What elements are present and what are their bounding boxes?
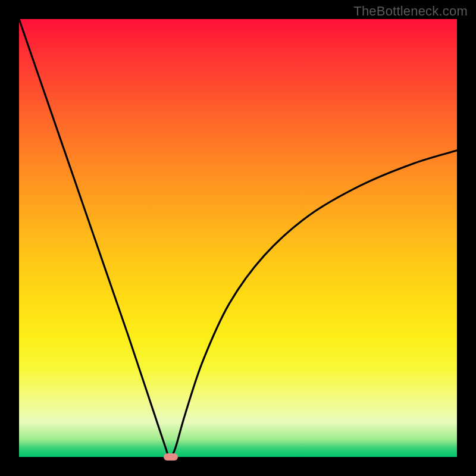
minimum-marker <box>164 453 178 461</box>
curve-svg <box>19 19 457 457</box>
plot-area <box>19 19 457 457</box>
watermark-text: TheBottleneck.com <box>0 4 476 19</box>
bottleneck-curve <box>19 19 457 457</box>
chart-frame: TheBottleneck.com <box>0 0 476 476</box>
